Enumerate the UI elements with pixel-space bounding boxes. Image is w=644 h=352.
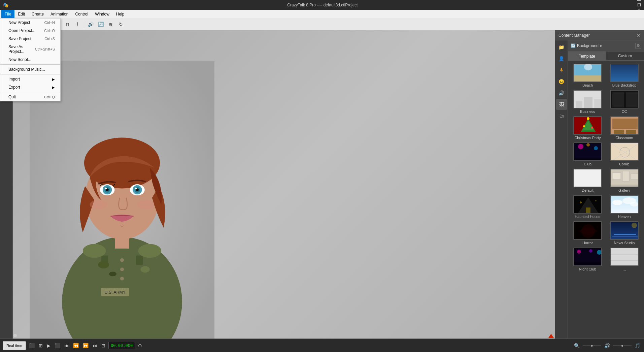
menu-export[interactable]: Export ▶ bbox=[0, 83, 60, 91]
toolbar-motion-btn[interactable]: 🔄 bbox=[96, 20, 105, 29]
svg-rect-65 bbox=[611, 185, 639, 187]
svg-rect-68 bbox=[586, 207, 590, 214]
toolbar-settings-btn[interactable]: ↻ bbox=[116, 20, 126, 29]
next-button[interactable]: ⏭ bbox=[92, 343, 98, 348]
cm-image-icon[interactable]: 🗂 bbox=[556, 110, 567, 121]
speaker-icon[interactable]: 🔊 bbox=[603, 343, 611, 348]
play-button[interactable]: ▶ bbox=[46, 343, 52, 348]
bg-label-christmas-party: Christmas Party bbox=[574, 136, 601, 140]
bg-item-christmas-party[interactable]: Christmas Party bbox=[571, 116, 605, 140]
cm-person-icon[interactable]: 🧍 bbox=[556, 65, 567, 75]
menu-quit[interactable]: Quit Ctrl+Q bbox=[0, 93, 60, 101]
menu-edit[interactable]: Edit bbox=[14, 10, 28, 18]
svg-point-83 bbox=[589, 249, 592, 253]
cm-bg-icon[interactable]: 🖼 bbox=[556, 99, 567, 110]
bg-item-default[interactable]: Default bbox=[571, 169, 605, 192]
svg-point-27 bbox=[120, 258, 124, 262]
tab-custom[interactable]: Custom bbox=[606, 51, 644, 61]
svg-rect-37 bbox=[594, 99, 601, 108]
menu-file[interactable]: File bbox=[1, 10, 14, 18]
bg-item-club[interactable]: Club bbox=[571, 142, 605, 166]
bg-item-horror[interactable]: Horror bbox=[571, 221, 605, 245]
menu-control[interactable]: Control bbox=[72, 10, 92, 18]
sync-button[interactable]: ⊙ bbox=[137, 343, 143, 348]
bg-label-classroom: Classroom bbox=[615, 136, 633, 140]
content-manager-panel: Content Manager ✕ 📁 👤 🧍 😐 🔊 🖼 🗂 🔄 Back bbox=[555, 30, 644, 339]
cm-audio-icon[interactable]: 🔊 bbox=[556, 88, 567, 98]
menu-save-as-project[interactable]: Save As Project... Ctrl+Shift+S bbox=[0, 43, 60, 56]
menu-open-project[interactable]: Open Project... Ctrl+O bbox=[0, 27, 60, 35]
cm-character-icon[interactable]: 👤 bbox=[556, 53, 567, 64]
svg-rect-31 bbox=[574, 75, 602, 82]
menu-import[interactable]: Import ▶ bbox=[0, 75, 60, 83]
bg-item-night-club[interactable]: Night Club bbox=[571, 248, 605, 271]
bg-label-horror: Horror bbox=[582, 241, 593, 245]
menu-save-project[interactable]: Save Project Ctrl+S bbox=[0, 35, 60, 43]
content-manager-icon-bar: 📁 👤 🧍 😐 🔊 🖼 🗂 bbox=[555, 40, 568, 339]
bg-item-gallery[interactable]: Gallery bbox=[607, 169, 641, 192]
timeline-icon-grid[interactable]: ⊞ bbox=[38, 343, 44, 348]
svg-rect-55 bbox=[574, 158, 602, 161]
timeline-icon-1[interactable]: ⬛ bbox=[28, 343, 36, 348]
bg-item-cc[interactable]: CC bbox=[607, 90, 641, 114]
content-manager-title: Content Manager bbox=[558, 33, 590, 38]
bg-label-news-studio: News Studio bbox=[614, 241, 635, 245]
zoom-btn[interactable]: 🔍 bbox=[573, 343, 581, 348]
svg-point-70 bbox=[595, 200, 597, 201]
svg-point-7 bbox=[98, 261, 109, 268]
tab-template[interactable]: Template bbox=[568, 51, 606, 61]
bg-item-beach[interactable]: Beach bbox=[571, 64, 605, 87]
svg-rect-35 bbox=[576, 101, 582, 108]
cm-face-icon[interactable]: 😐 bbox=[556, 76, 567, 87]
menu-background-music[interactable]: Background Music... bbox=[0, 65, 60, 73]
menu-help[interactable]: Help bbox=[113, 10, 128, 18]
content-manager-close-button[interactable]: ✕ bbox=[637, 33, 641, 38]
bg-thumb-gallery bbox=[610, 169, 639, 187]
bg-item-blue-backdrop[interactable]: Blue Backdrop bbox=[607, 64, 641, 87]
svg-rect-49 bbox=[614, 130, 624, 135]
svg-rect-4 bbox=[136, 255, 143, 264]
svg-point-72 bbox=[612, 200, 622, 205]
cm-folder-icon[interactable]: 📁 bbox=[556, 42, 567, 53]
bg-item-heaven[interactable]: Heaven bbox=[607, 195, 641, 219]
toolbar-face-btn[interactable]: ⌇ bbox=[73, 20, 82, 29]
svg-rect-40 bbox=[626, 92, 638, 107]
bg-item-news-studio[interactable]: News Studio bbox=[607, 221, 641, 245]
bg-item-classroom[interactable]: Classroom bbox=[607, 116, 641, 140]
stop-button[interactable]: ⬛ bbox=[54, 343, 61, 348]
music-icon[interactable]: 🎵 bbox=[634, 343, 641, 348]
bg-label-gallery: Gallery bbox=[618, 188, 630, 192]
bg-item-haunted-house[interactable]: Haunted House bbox=[571, 195, 605, 219]
svg-rect-33 bbox=[611, 64, 639, 82]
main-area: ⊹ ✛ ↺ ⤡ ↩ ↪ bbox=[0, 30, 644, 339]
bg-item-extra[interactable]: … bbox=[607, 248, 641, 271]
menu-animation[interactable]: Animation bbox=[47, 10, 72, 18]
svg-rect-48 bbox=[612, 119, 638, 129]
realtime-button[interactable]: Real-time bbox=[3, 341, 26, 350]
toolbar-fx-btn[interactable]: ≋ bbox=[106, 20, 115, 29]
loop-button[interactable]: ⊡ bbox=[100, 343, 106, 348]
toolbar-crop-btn[interactable]: ⊓ bbox=[63, 20, 72, 29]
svg-rect-62 bbox=[612, 173, 621, 180]
separator-3 bbox=[0, 92, 60, 92]
svg-point-23 bbox=[90, 200, 106, 209]
prev-button[interactable]: ⏮ bbox=[63, 343, 70, 348]
restore-button[interactable]: ❐ bbox=[637, 3, 641, 7]
menu-create[interactable]: Create bbox=[28, 10, 47, 18]
bg-item-comic[interactable]: Comic bbox=[607, 142, 641, 166]
bg-thumb-blue-backdrop bbox=[610, 64, 639, 82]
bg-thumb-heaven bbox=[610, 195, 639, 214]
menu-bar: File Edit Create Animation Control Windo… bbox=[0, 10, 644, 18]
bg-label-heaven: Heaven bbox=[618, 215, 631, 219]
bg-thumb-cc bbox=[610, 90, 639, 108]
background-settings-icon[interactable]: ⚙ bbox=[635, 43, 641, 49]
rewind-button[interactable]: ⏪ bbox=[72, 343, 80, 348]
character-display: U.S. ARMY bbox=[13, 30, 555, 339]
menu-new-script[interactable]: New Script... bbox=[0, 56, 60, 64]
bg-item-business[interactable]: Business bbox=[571, 90, 605, 114]
menu-new-project[interactable]: New Project Ctrl+N bbox=[0, 19, 60, 27]
menu-window[interactable]: Window bbox=[92, 10, 113, 18]
toolbar-audio-btn[interactable]: 🔊 bbox=[86, 20, 95, 29]
forward-button[interactable]: ⏩ bbox=[82, 343, 90, 348]
minimize-button[interactable]: — bbox=[637, 0, 641, 3]
